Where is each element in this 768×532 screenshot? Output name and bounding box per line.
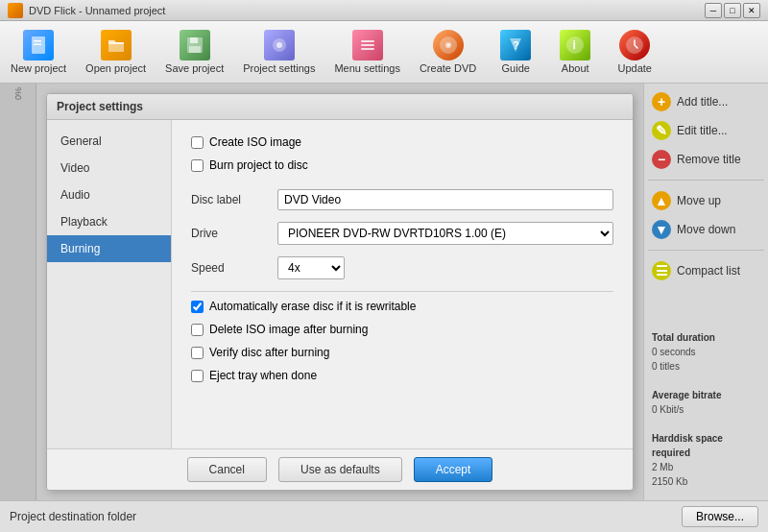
guide-label: Guide	[502, 62, 530, 74]
project-settings-label: Project settings	[243, 62, 315, 74]
svg-text:i: i	[573, 38, 576, 52]
about-label: About	[562, 62, 589, 74]
svg-rect-8	[361, 40, 374, 42]
maximize-button[interactable]: □	[724, 3, 741, 18]
move-down-button[interactable]: ▼ Move down	[644, 215, 768, 244]
title-bar: DVD Flick - Unnamed project ─ □ ✕	[0, 0, 768, 21]
menu-settings-button[interactable]: Menu settings	[325, 25, 408, 79]
speed-label: Speed	[191, 261, 268, 275]
window-title: DVD Flick - Unnamed project	[29, 5, 165, 16]
compact-list-icon: ☰	[652, 261, 671, 280]
svg-rect-10	[361, 48, 374, 50]
nav-playback[interactable]: Playback	[47, 208, 171, 235]
drive-select[interactable]: PIONEER DVD-RW DVRTD10RS 1.00 (E)	[277, 222, 613, 245]
accept-button[interactable]: Accept	[414, 457, 493, 482]
bottom-bar: Project destination folder Browse...	[0, 500, 768, 532]
guide-button[interactable]: ? Guide	[487, 25, 544, 79]
left-strip-label: 0%	[13, 87, 23, 100]
auto-erase-row: Automatically erase disc if it is rewrit…	[191, 300, 613, 313]
svg-rect-9	[361, 44, 374, 46]
edit-title-label: Edit title...	[677, 124, 728, 137]
project-settings-button[interactable]: Project settings	[234, 25, 324, 79]
cancel-button[interactable]: Cancel	[187, 457, 267, 482]
browse-button[interactable]: Browse...	[682, 506, 758, 527]
update-button[interactable]: Update	[606, 25, 663, 79]
burn-disc-checkbox[interactable]	[191, 159, 204, 172]
auto-erase-checkbox[interactable]	[191, 301, 204, 313]
toolbar: New project Open project Save project Pr…	[0, 21, 768, 84]
dialog-body: General Video Audio Playback Burning Cre…	[47, 120, 633, 448]
use-defaults-button[interactable]: Use as defaults	[278, 457, 402, 482]
burn-to-disc-row: Burn project to disc	[191, 158, 613, 172]
auto-erase-label: Automatically erase disc if it is rewrit…	[209, 300, 416, 313]
project-destination-label: Project destination folder	[10, 510, 136, 523]
close-button[interactable]: ✕	[743, 3, 760, 18]
open-project-button[interactable]: Open project	[77, 25, 155, 79]
create-dvd-label: Create DVD	[420, 62, 476, 74]
nav-sidebar: General Video Audio Playback Burning	[47, 120, 172, 448]
right-divider-2	[648, 250, 764, 251]
project-settings-icon	[264, 30, 295, 60]
drive-label: Drive	[191, 227, 268, 240]
create-iso-checkbox[interactable]	[191, 136, 204, 149]
create-dvd-button[interactable]: Create DVD	[411, 25, 485, 79]
window-controls[interactable]: ─ □ ✕	[705, 3, 760, 18]
delete-iso-row: Delete ISO image after burning	[191, 323, 613, 336]
svg-rect-5	[189, 46, 201, 53]
update-label: Update	[617, 62, 651, 74]
about-button[interactable]: i About	[546, 25, 604, 79]
left-strip: 0%	[0, 84, 36, 500]
total-duration-value: 0 seconds	[652, 345, 760, 359]
disc-label-input[interactable]	[277, 189, 613, 210]
save-project-button[interactable]: Save project	[156, 25, 232, 79]
disc-label-label: Disc label	[191, 193, 268, 206]
move-up-button[interactable]: ▲ Move up	[644, 186, 768, 215]
project-settings-dialog: Project settings General Video Audio Pla…	[46, 93, 634, 491]
nav-audio[interactable]: Audio	[47, 181, 171, 208]
new-project-icon	[23, 30, 54, 60]
dialog-title: Project settings	[47, 94, 633, 120]
menu-settings-label: Menu settings	[334, 62, 399, 74]
delete-iso-checkbox[interactable]	[191, 324, 204, 336]
remove-title-label: Remove title	[677, 153, 741, 166]
svg-rect-1	[34, 40, 41, 42]
nav-video[interactable]: Video	[47, 155, 171, 181]
eject-tray-checkbox[interactable]	[191, 370, 204, 382]
nav-burning[interactable]: Burning	[47, 235, 171, 262]
create-iso-row: Create ISO image	[191, 135, 613, 149]
center-content: Project settings General Video Audio Pla…	[36, 84, 643, 500]
remove-title-button[interactable]: − Remove title	[644, 145, 768, 174]
disc-label-row: Disc label	[191, 189, 613, 210]
avg-bitrate-label: Average bitrate	[652, 388, 760, 402]
update-icon	[619, 30, 650, 60]
eject-tray-label: Eject tray when done	[209, 369, 317, 382]
total-titles-value: 0 titles	[652, 359, 760, 374]
compact-list-button[interactable]: ☰ Compact list	[644, 256, 768, 285]
svg-text:?: ?	[513, 39, 519, 51]
move-down-label: Move down	[677, 223, 735, 236]
speed-select[interactable]: 1x 2x 4x 8x 16x	[277, 256, 345, 279]
avg-bitrate-value: 0 Kbit/s	[652, 402, 760, 417]
verify-disc-row: Verify disc after burning	[191, 346, 613, 359]
svg-rect-4	[190, 37, 198, 43]
dialog-footer: Cancel Use as defaults Accept	[47, 448, 633, 490]
burning-settings-panel: Create ISO image Burn project to disc Di…	[172, 120, 633, 448]
add-title-button[interactable]: + Add title...	[644, 87, 768, 116]
svg-point-13	[447, 44, 449, 46]
edit-title-button[interactable]: ✎ Edit title...	[644, 116, 768, 145]
hd-space-mb: 2 Mb	[652, 460, 760, 474]
verify-disc-checkbox[interactable]	[191, 347, 204, 359]
create-iso-label: Create ISO image	[209, 135, 301, 149]
new-project-button[interactable]: New project	[2, 25, 75, 79]
drive-row: Drive PIONEER DVD-RW DVRTD10RS 1.00 (E)	[191, 222, 613, 245]
create-dvd-icon	[433, 30, 464, 60]
hd-space-kb: 2150 Kb	[652, 474, 760, 489]
minimize-button[interactable]: ─	[705, 3, 722, 18]
svg-point-7	[276, 42, 282, 48]
nav-general[interactable]: General	[47, 128, 171, 155]
move-down-icon: ▼	[652, 220, 671, 239]
app-icon	[8, 3, 23, 18]
move-up-label: Move up	[677, 194, 721, 207]
right-panel: + Add title... ✎ Edit title... − Remove …	[643, 84, 768, 500]
verify-disc-label: Verify disc after burning	[209, 346, 329, 359]
